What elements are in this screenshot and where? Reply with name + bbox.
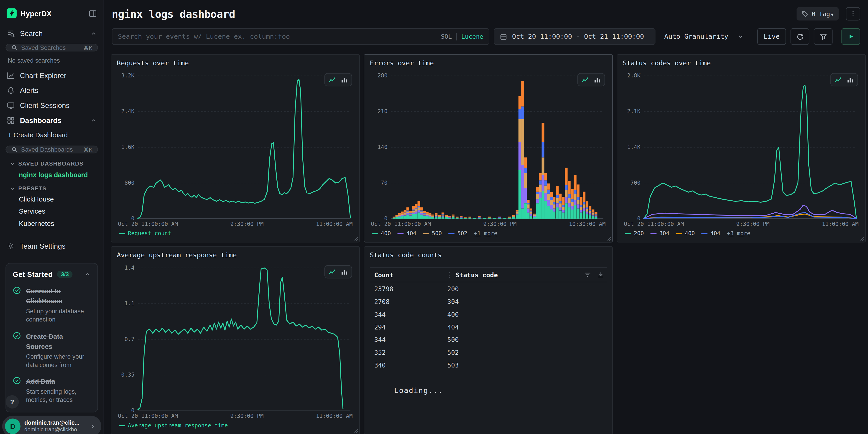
run-query-button[interactable] xyxy=(841,28,860,45)
help-button[interactable]: ? xyxy=(5,395,19,408)
refresh-button[interactable] xyxy=(790,28,809,45)
filter-lines-icon[interactable] xyxy=(584,271,591,278)
table-row[interactable]: 344400 xyxy=(370,308,607,320)
sidebar-item-dashboards[interactable]: Dashboards xyxy=(0,113,103,128)
chart-type-toggle xyxy=(830,73,858,86)
errors-chart[interactable]: 070140210280 xyxy=(370,70,607,220)
get-started-step[interactable]: Connect to ClickHouse Set up your databa… xyxy=(13,285,91,323)
magnifier-icon xyxy=(11,44,18,51)
chart-explorer-icon xyxy=(7,71,15,80)
saved-searches-field[interactable] xyxy=(21,44,80,51)
svg-text:3.2K: 3.2K xyxy=(121,72,134,79)
download-icon[interactable] xyxy=(597,271,604,278)
sidebar-collapse-icon[interactable] xyxy=(89,9,97,17)
sidebar-item-search[interactable]: Search xyxy=(0,26,103,42)
play-icon xyxy=(847,33,854,40)
line-chart-icon[interactable] xyxy=(581,76,589,84)
sidebar-item-clickhouse[interactable]: ClickHouse xyxy=(0,193,103,205)
tags-label: 0 Tags xyxy=(812,10,834,18)
chevron-up-icon[interactable] xyxy=(90,117,97,124)
x-axis-label: 9:30:00 PM xyxy=(736,221,769,228)
sidebar-item-team-settings[interactable]: Team Settings xyxy=(0,239,103,254)
legend-item[interactable]: 400 xyxy=(372,230,391,236)
line-chart-icon[interactable] xyxy=(834,76,842,84)
legend-item[interactable]: Average upstream response time xyxy=(119,422,228,428)
x-axis-labels: Oct 20 11:00:00 AM9:30:00 PM11:00:00 AM xyxy=(623,220,860,228)
table-row[interactable]: 340503 xyxy=(370,359,607,371)
user-email: dominic.tran@clickho... xyxy=(24,427,86,433)
saved-dashboards-input[interactable]: ⌘K xyxy=(5,146,98,153)
lucene-toggle[interactable]: Lucene xyxy=(456,33,484,40)
saved-dashboards-section[interactable]: SAVED DASHBOARDS xyxy=(0,157,103,168)
column-header-count[interactable]: Count xyxy=(370,271,447,279)
empty-grid-cell xyxy=(617,246,866,434)
get-started-step[interactable]: Create Data Sources Configure where your… xyxy=(13,331,91,369)
panel-status-codes-over-time: Status codes over time 07001.4K2.1K2.8K … xyxy=(617,54,866,243)
avatar: D xyxy=(5,418,21,434)
legend-item[interactable]: 502 xyxy=(448,230,467,236)
legend-item[interactable]: Request count xyxy=(119,230,171,236)
bar-chart-icon[interactable] xyxy=(340,76,348,84)
line-chart-icon[interactable] xyxy=(328,268,336,276)
table-row[interactable]: 352502 xyxy=(370,346,607,359)
status-codes-chart[interactable]: 07001.4K2.1K2.8K xyxy=(623,70,860,220)
column-header-status-code[interactable]: Status code xyxy=(456,271,498,279)
live-button[interactable]: Live xyxy=(757,28,786,45)
column-drag-handle-icon[interactable] xyxy=(447,272,452,278)
table-row[interactable]: 2708304 xyxy=(370,295,607,308)
legend-more[interactable]: +3 more xyxy=(727,230,750,236)
sidebar-item-chart-explorer[interactable]: Chart Explorer xyxy=(0,68,103,83)
saved-searches-input[interactable]: ⌘K xyxy=(5,44,98,52)
resize-handle-icon[interactable] xyxy=(353,236,358,241)
get-started-step[interactable]: Add Data Start sending logs, metrics, or… xyxy=(13,376,91,404)
requests-chart[interactable]: 08001.6K2.4K3.2K xyxy=(117,70,354,220)
granularity-select[interactable]: Auto Granularity xyxy=(660,28,748,45)
resize-handle-icon[interactable] xyxy=(860,236,864,241)
resize-handle-icon[interactable] xyxy=(607,236,611,241)
event-search-bar[interactable]: SQL Lucene xyxy=(112,28,489,45)
legend-item[interactable]: 400 xyxy=(676,230,695,236)
section-label: SAVED DASHBOARDS xyxy=(18,160,83,167)
date-range-picker[interactable]: Oct 20 11:00:00 - Oct 21 11:00:00 xyxy=(494,28,656,45)
sidebar-item-client-sessions[interactable]: Client Sessions xyxy=(0,98,103,113)
svg-text:70: 70 xyxy=(381,179,388,186)
filter-button[interactable] xyxy=(814,28,833,45)
sidebar-item-label: Dashboards xyxy=(20,116,62,125)
bar-chart-icon[interactable] xyxy=(340,268,348,276)
search-input[interactable] xyxy=(118,33,436,40)
svg-text:2.4K: 2.4K xyxy=(121,108,134,115)
step-title: Create Data Sources xyxy=(26,333,63,350)
sidebar-item-kubernetes[interactable]: Kubernetes xyxy=(0,217,103,229)
chart-legend: 400404500502+1 more xyxy=(370,228,607,238)
sidebar-item-nginx-logs-dashboard[interactable]: nginx logs dashboard xyxy=(0,168,103,182)
cell-count: 352 xyxy=(370,348,447,356)
bar-chart-icon[interactable] xyxy=(846,76,854,84)
table-row[interactable]: 344500 xyxy=(370,333,607,346)
table-row[interactable]: 23798200 xyxy=(370,282,607,295)
sql-toggle[interactable]: SQL xyxy=(441,33,456,40)
bar-chart-icon[interactable] xyxy=(593,76,601,84)
svg-text:210: 210 xyxy=(377,108,388,115)
presets-section[interactable]: PRESETS xyxy=(0,182,103,193)
user-menu[interactable]: D dominic.tran@clic... dominic.tran@clic… xyxy=(2,416,101,434)
tags-button[interactable]: 0 Tags xyxy=(797,7,839,21)
tag-icon xyxy=(802,10,808,17)
resize-handle-icon[interactable] xyxy=(353,429,358,433)
legend-item[interactable]: 404 xyxy=(702,230,720,236)
legend-item[interactable]: 500 xyxy=(423,230,442,236)
legend-item[interactable]: 404 xyxy=(398,230,416,236)
avg-upstream-chart[interactable]: 00.350.71.11.4 xyxy=(117,262,354,412)
legend-item[interactable]: 200 xyxy=(625,230,644,236)
chevron-up-icon[interactable] xyxy=(90,30,97,37)
saved-dashboards-field[interactable] xyxy=(21,146,80,153)
legend-item[interactable]: 304 xyxy=(651,230,670,236)
sidebar-item-services[interactable]: Services xyxy=(0,206,103,217)
chevron-up-icon[interactable] xyxy=(84,271,91,278)
table-row[interactable]: 294404 xyxy=(370,320,607,333)
create-dashboard-button[interactable]: + Create Dashboard xyxy=(0,128,103,144)
sidebar-item-alerts[interactable]: Alerts xyxy=(0,83,103,98)
step-desc: Start sending logs, metrics, or traces xyxy=(26,388,91,404)
line-chart-icon[interactable] xyxy=(328,76,336,84)
legend-more[interactable]: +1 more xyxy=(474,230,497,236)
dashboard-menu-button[interactable] xyxy=(846,7,860,21)
